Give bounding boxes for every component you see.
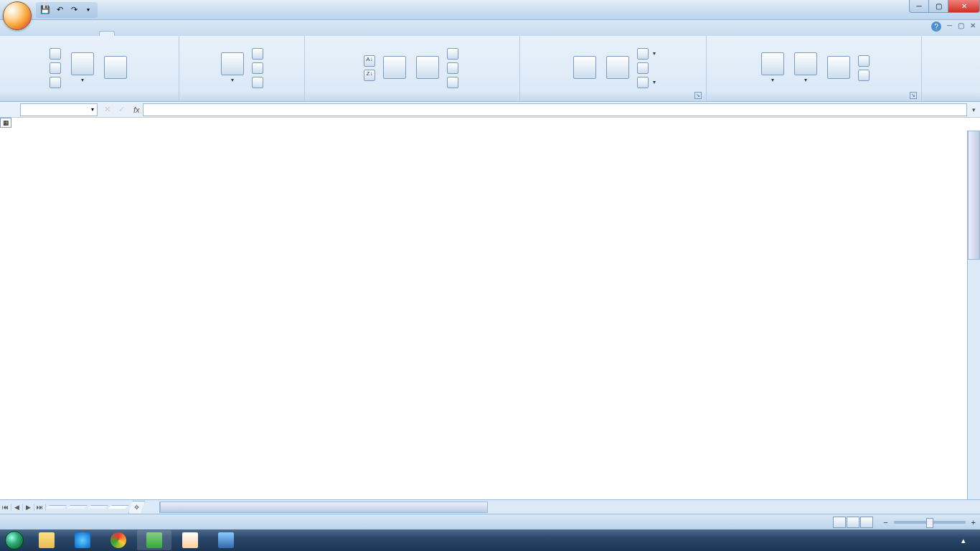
advanced-filter-button[interactable]: [445, 75, 463, 90]
expand-formula-bar-icon[interactable]: ▾: [967, 106, 980, 113]
page-layout-view-button[interactable]: [847, 517, 859, 528]
page-break-view-button[interactable]: [860, 517, 873, 528]
remove-duplicates-button[interactable]: [602, 55, 633, 82]
show-detail-icon: [858, 55, 870, 67]
from-web-button[interactable]: [47, 61, 65, 75]
tab-nav-next-icon[interactable]: ▶: [23, 504, 34, 511]
consolidate-button[interactable]: [635, 61, 658, 75]
zoom-slider[interactable]: [894, 521, 966, 524]
reapply-button[interactable]: [445, 61, 463, 75]
ungroup-button[interactable]: [790, 51, 821, 85]
vertical-scrollbar[interactable]: [967, 131, 980, 499]
ribbon-minimize-icon[interactable]: ─: [947, 22, 952, 32]
tab-page-layout[interactable]: [67, 31, 83, 36]
close-button[interactable]: ✕: [948, 0, 980, 13]
insert-sheet-button[interactable]: ✧: [128, 501, 145, 514]
tray-flag-icon[interactable]: ▴: [961, 536, 966, 545]
formula-input[interactable]: [143, 103, 967, 116]
from-text-button[interactable]: [47, 75, 65, 90]
taskbar-excel[interactable]: [137, 530, 171, 550]
taskbar-explorer[interactable]: [29, 530, 64, 550]
group-button[interactable]: [757, 51, 788, 85]
sort-asc-button[interactable]: A↓: [362, 54, 377, 68]
data-validation-button[interactable]: [635, 47, 658, 61]
text-icon: [50, 77, 61, 88]
undo-icon[interactable]: ↶: [53, 4, 66, 17]
clear-filter-button[interactable]: [445, 47, 463, 61]
tab-nav-prev-icon[interactable]: ◀: [11, 504, 23, 511]
tab-data[interactable]: [99, 31, 115, 36]
cancel-formula-icon[interactable]: ✕: [100, 105, 113, 114]
connections-button[interactable]: [250, 47, 268, 61]
existing-connections-button[interactable]: [100, 55, 131, 82]
sheet-tab-july[interactable]: [66, 505, 88, 509]
whatif-button[interactable]: [635, 75, 658, 90]
group-label-datatools: ↘: [523, 98, 703, 100]
autofill-options-icon[interactable]: ▦: [0, 118, 11, 128]
taskbar-notes[interactable]: [173, 530, 207, 550]
other-sources-icon: [71, 52, 94, 75]
zoom-in-button[interactable]: +: [971, 518, 976, 527]
office-button[interactable]: [3, 1, 32, 30]
connections-icon: [252, 48, 263, 60]
horizontal-scrollbar[interactable]: [159, 501, 980, 513]
ie-icon: [75, 532, 90, 548]
start-button[interactable]: [0, 529, 29, 551]
sort-desc-button[interactable]: Z↓: [362, 68, 377, 83]
filter-icon: [416, 56, 439, 79]
maximize-button[interactable]: ▢: [928, 0, 948, 13]
from-access-button[interactable]: [47, 47, 65, 61]
subtotal-button[interactable]: [823, 55, 854, 82]
tab-review[interactable]: [115, 31, 131, 36]
reapply-icon: [447, 62, 458, 74]
minimize-button[interactable]: ─: [909, 0, 929, 13]
edit-links-button[interactable]: [250, 75, 268, 90]
show-detail-button[interactable]: [856, 54, 872, 68]
tab-team[interactable]: [162, 31, 178, 36]
hide-detail-button[interactable]: [856, 68, 872, 83]
taskbar-word[interactable]: [209, 530, 243, 550]
refresh-icon: [221, 52, 244, 75]
sheet-tab-august[interactable]: [87, 505, 108, 509]
tab-view[interactable]: [131, 31, 146, 36]
system-tray[interactable]: ▴: [954, 536, 980, 545]
normal-view-button[interactable]: [833, 517, 846, 528]
filter-button[interactable]: [412, 55, 443, 82]
qat-customize-icon[interactable]: ▾: [82, 4, 95, 17]
sheet-tab-consolidation[interactable]: [108, 505, 129, 509]
ribbon-restore-icon[interactable]: ▢: [958, 22, 964, 32]
group-label-connections: [182, 98, 301, 100]
consolidate-icon: [637, 62, 649, 74]
enter-formula-icon[interactable]: ✓: [115, 105, 128, 114]
tab-home[interactable]: [36, 31, 52, 36]
help-icon[interactable]: ?: [931, 22, 941, 32]
sheet-tab-june[interactable]: [45, 505, 67, 509]
dedup-icon: [606, 56, 629, 79]
tab-nav-first-icon[interactable]: ⏮: [0, 504, 11, 511]
text-to-columns-button[interactable]: [569, 55, 600, 82]
tab-insert[interactable]: [52, 31, 67, 36]
sort-icon: [383, 56, 406, 79]
properties-button[interactable]: [250, 61, 268, 75]
tab-addins[interactable]: [146, 31, 162, 36]
edit-links-icon: [252, 77, 263, 88]
tab-nav-last-icon[interactable]: ⏭: [34, 504, 46, 511]
redo-icon[interactable]: ↷: [67, 4, 80, 17]
refresh-all-button[interactable]: [217, 51, 248, 85]
subtotal-icon: [827, 56, 850, 79]
dialog-launcher-icon[interactable]: ↘: [694, 92, 702, 99]
name-box[interactable]: ▾: [20, 103, 98, 116]
group-label-external: [3, 98, 176, 100]
worksheet-grid[interactable]: ▦ ⏮ ◀ ▶ ⏭ ✧: [0, 118, 980, 514]
taskbar-ie[interactable]: [65, 530, 100, 550]
fx-icon[interactable]: fx: [133, 105, 140, 114]
dialog-launcher-icon[interactable]: ↘: [910, 92, 917, 99]
taskbar-chrome[interactable]: [101, 530, 136, 550]
ribbon-close-icon[interactable]: ✕: [970, 22, 976, 32]
sort-button[interactable]: [379, 55, 410, 82]
save-icon[interactable]: 💾: [39, 4, 52, 17]
group-label-outline: ↘: [710, 98, 918, 100]
zoom-out-button[interactable]: −: [883, 518, 887, 527]
tab-formulas[interactable]: [83, 31, 99, 36]
from-other-sources-button[interactable]: [67, 51, 98, 85]
